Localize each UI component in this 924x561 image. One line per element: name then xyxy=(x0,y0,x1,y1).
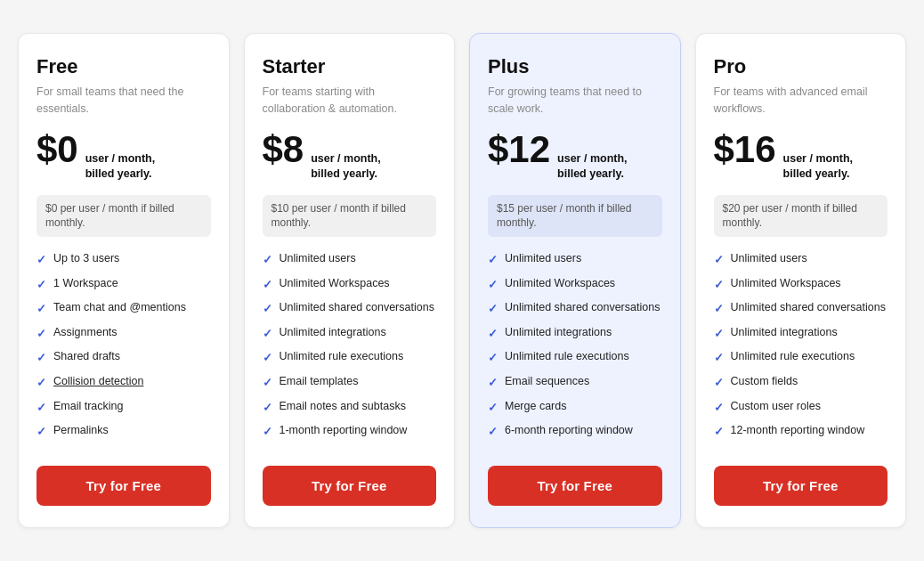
feature-text: Team chat and @mentions xyxy=(53,300,186,315)
price-amount-pro: $16 xyxy=(714,131,776,168)
list-item: ✓Unlimited shared conversations xyxy=(714,300,888,317)
list-item: ✓Unlimited integrations xyxy=(263,325,437,342)
check-icon: ✓ xyxy=(263,277,272,293)
try-free-button-starter[interactable]: Try for Free xyxy=(263,466,437,506)
plan-name-free: Free xyxy=(36,55,211,78)
check-icon: ✓ xyxy=(36,252,46,268)
check-icon: ✓ xyxy=(263,375,272,391)
check-icon: ✓ xyxy=(488,350,498,366)
feature-text: Unlimited shared conversations xyxy=(505,300,660,315)
check-icon: ✓ xyxy=(714,326,724,342)
check-icon: ✓ xyxy=(488,375,498,391)
plan-tagline-pro: For teams with advanced email workflows. xyxy=(714,84,888,116)
try-free-button-pro[interactable]: Try for Free xyxy=(714,466,888,506)
feature-text: Unlimited rule executions xyxy=(280,349,404,364)
price-amount-starter: $8 xyxy=(263,131,304,168)
features-list-free: ✓Up to 3 users✓1 Workspace✓Team chat and… xyxy=(36,251,211,447)
price-detail-starter: user / month, billed yearly. xyxy=(311,151,380,183)
feature-text: Unlimited users xyxy=(280,251,356,266)
check-icon: ✓ xyxy=(263,400,272,416)
feature-text: 12-month reporting window xyxy=(731,423,865,438)
list-item: ✓Assignments xyxy=(36,325,211,342)
check-icon: ✓ xyxy=(263,424,272,440)
feature-text: 1-month reporting window xyxy=(280,423,408,438)
check-icon: ✓ xyxy=(714,400,724,416)
check-icon: ✓ xyxy=(714,424,724,440)
feature-text: Email templates xyxy=(280,374,359,389)
list-item: ✓Unlimited users xyxy=(263,251,437,268)
list-item: ✓Team chat and @mentions xyxy=(36,300,211,317)
check-icon: ✓ xyxy=(36,326,46,342)
check-icon: ✓ xyxy=(263,252,272,268)
list-item: ✓Email tracking xyxy=(36,399,211,416)
list-item: ✓Unlimited Workspaces xyxy=(488,276,662,293)
list-item: ✓6-month reporting window xyxy=(488,423,662,440)
check-icon: ✓ xyxy=(36,277,46,293)
price-monthly-pro: $20 per user / month if billed monthly. xyxy=(714,195,888,238)
check-icon: ✓ xyxy=(263,350,272,366)
feature-text: Permalinks xyxy=(53,423,109,438)
feature-text: Unlimited users xyxy=(731,251,807,266)
price-row-starter: $8user / month, billed yearly. xyxy=(263,131,437,183)
list-item: ✓Merge cards xyxy=(488,399,662,416)
plan-card-free: FreeFor small teams that need the essent… xyxy=(18,33,230,527)
check-icon: ✓ xyxy=(263,326,272,342)
list-item: ✓Unlimited rule executions xyxy=(263,349,437,366)
feature-text: Assignments xyxy=(53,325,118,340)
list-item: ✓Custom user roles xyxy=(714,399,888,416)
list-item: ✓Email notes and subtasks xyxy=(263,399,437,416)
feature-text: Collision detection xyxy=(53,374,143,389)
list-item: ✓Unlimited users xyxy=(488,251,662,268)
check-icon: ✓ xyxy=(36,400,46,416)
price-detail-free: user / month, billed yearly. xyxy=(85,151,155,183)
plan-name-plus: Plus xyxy=(488,55,662,78)
feature-text: Unlimited shared conversations xyxy=(280,300,434,315)
list-item: ✓Unlimited users xyxy=(714,251,888,268)
feature-text: Unlimited users xyxy=(505,251,581,266)
try-free-button-plus[interactable]: Try for Free xyxy=(488,466,662,506)
check-icon: ✓ xyxy=(488,424,498,440)
list-item: ✓1 Workspace xyxy=(36,276,211,293)
price-row-free: $0user / month, billed yearly. xyxy=(36,131,211,183)
check-icon: ✓ xyxy=(714,301,724,317)
check-icon: ✓ xyxy=(488,277,498,293)
pricing-container: FreeFor small teams that need the essent… xyxy=(18,33,906,527)
list-item: ✓Unlimited Workspaces xyxy=(263,276,437,293)
plan-name-pro: Pro xyxy=(714,55,888,78)
list-item: ✓Unlimited integrations xyxy=(714,325,888,342)
feature-text: Unlimited Workspaces xyxy=(505,276,615,291)
feature-text: Merge cards xyxy=(505,399,566,414)
features-list-pro: ✓Unlimited users✓Unlimited Workspaces✓Un… xyxy=(714,251,888,447)
price-monthly-plus: $15 per user / month if billed monthly. xyxy=(488,195,662,238)
plan-tagline-starter: For teams starting with collaboration & … xyxy=(263,84,437,116)
list-item: ✓Permalinks xyxy=(36,423,211,440)
price-monthly-starter: $10 per user / month if billed monthly. xyxy=(263,195,437,238)
list-item: ✓Unlimited rule executions xyxy=(488,349,662,366)
price-amount-plus: $12 xyxy=(488,131,550,168)
check-icon: ✓ xyxy=(488,252,498,268)
list-item: ✓Unlimited Workspaces xyxy=(714,276,888,293)
feature-text: Unlimited integrations xyxy=(505,325,612,340)
try-free-button-free[interactable]: Try for Free xyxy=(36,466,211,506)
feature-text: Up to 3 users xyxy=(53,251,119,266)
list-item: ✓Custom fields xyxy=(714,374,888,391)
check-icon: ✓ xyxy=(714,350,724,366)
list-item: ✓12-month reporting window xyxy=(714,423,888,440)
feature-text: Email tracking xyxy=(53,399,124,414)
feature-text: Unlimited rule executions xyxy=(731,349,855,364)
feature-text: 1 Workspace xyxy=(53,276,118,291)
features-list-plus: ✓Unlimited users✓Unlimited Workspaces✓Un… xyxy=(488,251,662,447)
list-item: ✓Shared drafts xyxy=(36,349,211,366)
plan-card-pro: ProFor teams with advanced email workflo… xyxy=(695,33,907,527)
check-icon: ✓ xyxy=(488,400,498,416)
plan-card-plus: PlusFor growing teams that need to scale… xyxy=(469,33,681,527)
list-item: ✓Collision detection xyxy=(36,374,211,391)
list-item: ✓Up to 3 users xyxy=(36,251,211,268)
features-list-starter: ✓Unlimited users✓Unlimited Workspaces✓Un… xyxy=(263,251,437,447)
check-icon: ✓ xyxy=(714,252,724,268)
feature-text: 6-month reporting window xyxy=(505,423,633,438)
list-item: ✓Unlimited shared conversations xyxy=(488,300,662,317)
feature-text: Custom fields xyxy=(731,374,798,389)
list-item: ✓Unlimited integrations xyxy=(488,325,662,342)
feature-text: Unlimited integrations xyxy=(280,325,386,340)
